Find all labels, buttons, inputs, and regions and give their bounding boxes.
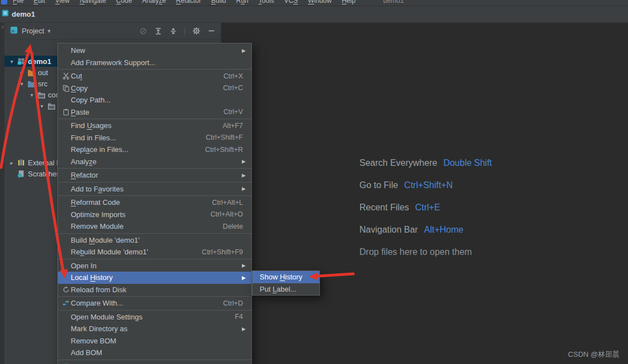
submenu-arrow-icon: ▶	[242, 173, 247, 178]
menubar-view[interactable]: View	[50, 0, 75, 5]
submenu-arrow-icon: ▶	[242, 48, 247, 53]
menubar-window[interactable]: Window	[303, 0, 337, 5]
submenu-arrow-icon: ▶	[242, 263, 247, 268]
chevron-down-icon[interactable]: ▾	[28, 92, 36, 98]
menu-item-rebuild-module-demo1[interactable]: Rebuild Module 'demo1'Ctrl+Shift+F9	[58, 246, 251, 258]
menu-item-label: Optimize Imports	[71, 210, 125, 219]
menu-item-build-module-demo1[interactable]: Build Module 'demo1'	[58, 234, 251, 247]
tool-window-stripe[interactable]: ⠿	[0, 23, 4, 364]
project-panel-header: Project ▼	[4, 23, 221, 40]
menu-item-label: Remove Module	[71, 222, 124, 230]
chevron-right-icon[interactable]: ▸	[18, 70, 26, 76]
editor-shortcut-hints: Search Everywhere Double Shift Go to Fil…	[359, 152, 492, 263]
menu-item-add-bom[interactable]: Add BOM	[58, 347, 251, 359]
submenu-item-put-label[interactable]: Put Label...	[252, 283, 319, 296]
chevron-down-icon[interactable]: ▾	[8, 58, 16, 65]
collapse-all-icon[interactable]	[169, 27, 177, 35]
submenu-item-label: Show History	[260, 273, 303, 281]
refresh-icon	[61, 286, 71, 293]
menu-item-copy[interactable]: CopyCtrl+C	[58, 82, 251, 95]
menu-item-label: Replace in Files...	[71, 145, 128, 154]
menubar-analyze[interactable]: Analyze	[137, 0, 171, 5]
menubar-navigate[interactable]: Navigate	[75, 0, 111, 5]
menu-item-compare-with[interactable]: Compare With...Ctrl+D	[58, 297, 251, 309]
menu-item-replace-in-files[interactable]: Replace in Files...Ctrl+Shift+R	[58, 144, 251, 156]
menu-shortcut: Ctrl+Shift+F9	[202, 248, 247, 256]
chevron-right-icon[interactable]: ▸	[8, 160, 16, 166]
menubar-refactor[interactable]: Refactor	[171, 0, 206, 5]
submenu-arrow-icon: ▶	[242, 159, 247, 164]
menu-shortcut: Ctrl+D	[223, 299, 247, 307]
settings-icon[interactable]	[192, 27, 201, 35]
menubar-run[interactable]: Run	[231, 0, 254, 5]
locate-icon[interactable]	[139, 27, 147, 35]
menubar-file[interactable]: File	[8, 0, 28, 5]
menu-item-cut[interactable]: CutCtrl+X	[58, 70, 251, 82]
menubar-help[interactable]: Help	[337, 0, 361, 5]
menu-shortcut: F4	[235, 313, 247, 321]
menu-shortcut: Alt+F7	[223, 122, 247, 130]
menu-item-remove-bom[interactable]: Remove BOM	[58, 335, 251, 347]
menu-item-label: Analyze	[71, 158, 96, 166]
menu-item-find-usages[interactable]: Find UsagesAlt+F7	[58, 120, 251, 132]
menu-separator	[58, 296, 251, 297]
menu-item-remove-module[interactable]: Remove ModuleDelete	[58, 220, 251, 233]
menu-item-copy-path[interactable]: Copy Path...	[58, 94, 251, 106]
menu-item-open-in[interactable]: Open In▶	[58, 260, 251, 272]
menu-item-find-in-files[interactable]: Find in Files...Ctrl+Shift+F	[58, 132, 251, 144]
menu-item-label: Find in Files...	[71, 134, 116, 142]
menubar-vcs[interactable]: VCS	[279, 0, 303, 5]
tree-item-label: out	[38, 68, 48, 77]
expand-all-icon[interactable]	[154, 27, 162, 35]
menu-item-refactor[interactable]: Refactor▶	[58, 169, 251, 181]
menu-item-paste[interactable]: PasteCtrl+V	[58, 106, 251, 119]
menu-item-add-framework-support[interactable]: Add Framework Support...	[58, 57, 251, 69]
menu-item-label: Cut	[71, 72, 82, 80]
menu-item-mark-directory-as[interactable]: Mark Directory as▶	[58, 323, 251, 335]
menubar-tools[interactable]: Tools	[254, 0, 279, 5]
submenu-arrow-icon: ▶	[242, 186, 247, 191]
menu-item-label: Reload from Disk	[71, 286, 126, 294]
toolbar-divider	[184, 27, 185, 35]
menu-item-local-history[interactable]: Local History▶	[58, 272, 251, 284]
hint-label: Go to File	[359, 180, 398, 190]
menu-separator	[58, 360, 251, 360]
menu-item-label: Local History	[71, 273, 113, 282]
chevron-down-icon[interactable]: ▾	[18, 81, 26, 87]
menu-item-new[interactable]: New▶	[58, 45, 251, 57]
chevron-down-icon[interactable]: ▾	[38, 103, 46, 109]
menu-item-reformat-code[interactable]: Reformat CodeCtrl+Alt+L	[58, 196, 251, 209]
menu-item-analyze[interactable]: Analyze▶	[58, 156, 251, 168]
hide-icon[interactable]	[208, 27, 215, 35]
menu-item-reload-from-disk[interactable]: Reload from Disk	[58, 284, 251, 296]
menu-item-label: Open In	[71, 262, 96, 270]
menubar-build[interactable]: Build	[206, 0, 231, 5]
menu-item-label: Add Framework Support...	[71, 58, 155, 67]
menu-item-label: Build Module 'demo1'	[71, 236, 140, 244]
submenu-item-show-history[interactable]: Show History	[252, 271, 319, 283]
menu-separator	[58, 233, 251, 234]
menubar-code[interactable]: Code	[111, 0, 137, 5]
menu-item-item[interactable]	[58, 361, 251, 364]
chevron-down-icon[interactable]: ▼	[46, 28, 51, 34]
project-panel-title[interactable]: Project	[22, 27, 44, 35]
editor-hint: Navigation Bar Alt+Home	[359, 219, 492, 241]
menu-shortcut: Ctrl+Alt+L	[212, 199, 247, 206]
menu-item-label: Refactor	[71, 171, 98, 179]
menu-item-label: Remove BOM	[71, 337, 116, 345]
menu-separator	[58, 195, 251, 196]
scratches-icon	[17, 169, 26, 178]
menu-shortcut: Ctrl+V	[223, 108, 247, 116]
menu-item-label: Compare With...	[71, 299, 123, 307]
editor-hint: Drop files here to open them	[359, 241, 492, 263]
menu-item-add-to-favorites[interactable]: Add to Favorites▶	[58, 183, 251, 195]
menu-item-optimize-imports[interactable]: Optimize ImportsCtrl+Alt+O	[58, 209, 251, 221]
hint-shortcut: Double Shift	[444, 158, 492, 168]
context-menu: New▶ Add Framework Support... CutCtrl+X …	[57, 43, 252, 364]
menubar-edit[interactable]: Edit	[28, 0, 50, 5]
menu-item-open-module-settings[interactable]: Open Module SettingsF4	[58, 311, 251, 323]
folder-package-icon	[37, 90, 46, 99]
menu-shortcut: Ctrl+C	[223, 84, 247, 92]
menu-item-label: Find Usages	[71, 121, 111, 130]
editor-area[interactable]: Search Everywhere Double Shift Go to Fil…	[221, 23, 628, 364]
